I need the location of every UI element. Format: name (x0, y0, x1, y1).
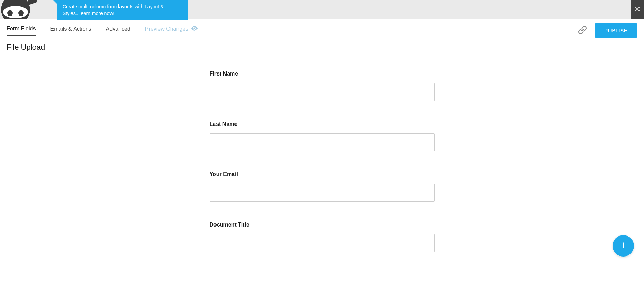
close-icon (634, 4, 641, 15)
page-title: File Upload (0, 36, 644, 52)
tab-label: Preview Changes (145, 26, 188, 32)
field-label: Your Email (210, 171, 435, 178)
close-button[interactable] (631, 0, 644, 19)
tab-preview-changes[interactable]: Preview Changes (145, 26, 198, 36)
tab-label: Emails & Actions (50, 26, 91, 32)
document-title-input[interactable] (210, 234, 435, 252)
tab-label: Advanced (106, 26, 131, 32)
promo-text: Create multi-column form layouts with La… (63, 4, 164, 16)
tab-form-fields[interactable]: Form Fields (7, 26, 36, 36)
publish-label: PUBLISH (604, 28, 628, 33)
ninja-logo (0, 0, 38, 19)
publish-button[interactable]: PUBLISH (595, 23, 637, 38)
last-name-input[interactable] (210, 133, 435, 151)
promo-bubble[interactable]: Create multi-column form layouts with La… (57, 0, 188, 20)
svg-point-3 (18, 10, 24, 16)
form-field-last-name[interactable]: Last Name (210, 121, 435, 151)
tab-bar: Form Fields Emails & Actions Advanced Pr… (0, 19, 644, 36)
tab-emails-actions[interactable]: Emails & Actions (50, 26, 91, 36)
tab-bar-actions: PUBLISH (578, 23, 637, 38)
add-field-button[interactable] (613, 235, 634, 257)
field-label: Last Name (210, 121, 435, 127)
form-field-document-title[interactable]: Document Title (210, 222, 435, 252)
tabs: Form Fields Emails & Actions Advanced Pr… (7, 26, 198, 36)
svg-point-2 (7, 10, 13, 16)
form-field-your-email[interactable]: Your Email (210, 171, 435, 202)
plus-icon (619, 241, 628, 251)
tab-advanced[interactable]: Advanced (106, 26, 131, 36)
form-builder-canvas: First Name Last Name Your Email Document… (210, 71, 435, 252)
field-label: First Name (210, 71, 435, 77)
svg-point-1 (3, 6, 28, 18)
your-email-input[interactable] (210, 184, 435, 202)
eye-icon (191, 26, 198, 32)
form-field-first-name[interactable]: First Name (210, 71, 435, 101)
tab-label: Form Fields (7, 26, 36, 32)
first-name-input[interactable] (210, 83, 435, 101)
top-banner: Create multi-column form layouts with La… (0, 0, 644, 19)
link-icon[interactable] (578, 26, 587, 36)
field-label: Document Title (210, 222, 435, 228)
